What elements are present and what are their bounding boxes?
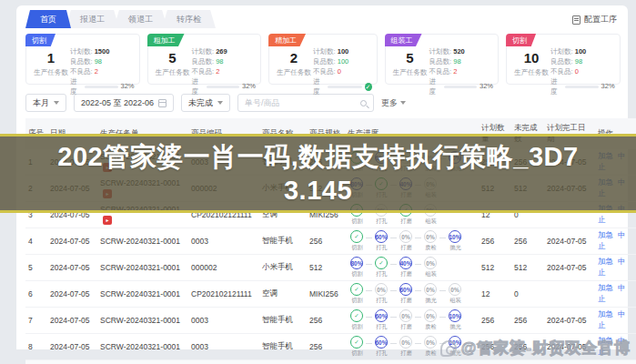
- step-label: 抛光: [425, 297, 436, 305]
- configure-process-link[interactable]: 配置工序: [572, 14, 617, 25]
- expedite-link[interactable]: 加急: [598, 309, 613, 318]
- more-filters-link[interactable]: 更多: [381, 97, 406, 109]
- chevron-down-icon: [217, 101, 223, 105]
- calendar-icon: [158, 99, 167, 107]
- card-cutting-2[interactable]: 切割 10 生产任务数 计划数: 100 良品数: 98 不良品: 0 进度 ✓…: [506, 34, 621, 85]
- good-label: 良品数:: [550, 57, 573, 66]
- plan-value: 269: [216, 47, 227, 56]
- plan-value: 100: [338, 47, 349, 56]
- step-status-circle[interactable]: 0%: [424, 257, 437, 269]
- bad-value: 0: [338, 67, 341, 76]
- step-status-circle[interactable]: 10%: [449, 230, 461, 243]
- summary-cards: 切割 1 生产任务数 计划数: 1500 良品数: 98 不良品: 2 进度 ✓…: [25, 34, 619, 85]
- process-step: 0%组装: [421, 257, 439, 278]
- step-status-circle[interactable]: 0%: [424, 336, 437, 349]
- good-value: 98: [95, 57, 102, 66]
- step-connector: [415, 238, 421, 238]
- task-count-label: 生产任务数: [275, 68, 313, 77]
- step-status-circle[interactable]: 0%: [424, 309, 437, 322]
- expedite-link[interactable]: 加急: [598, 257, 613, 266]
- step-status-circle[interactable]: ✓: [350, 336, 363, 349]
- task-count: 10: [512, 50, 550, 66]
- plan-value: 1500: [95, 47, 110, 56]
- expedite-link[interactable]: 加急: [598, 283, 613, 292]
- step-status-circle[interactable]: 60%: [375, 336, 388, 349]
- date-range-value: 2022-05 至 2022-06: [81, 97, 154, 109]
- process-step: 80%切割: [348, 257, 366, 278]
- step-connector: [415, 290, 421, 291]
- search-icon[interactable]: [360, 100, 367, 106]
- step-label: 打磨: [400, 323, 411, 331]
- period-select[interactable]: 本月: [25, 94, 66, 112]
- step-status-circle[interactable]: 10%: [449, 309, 461, 322]
- good-label: 良品数:: [429, 57, 452, 66]
- step-status-circle[interactable]: ✓: [375, 257, 388, 269]
- card-cutting[interactable]: 切割 1 生产任务数 计划数: 1500 良品数: 98 不良品: 2 进度 ✓…: [25, 34, 140, 85]
- process-step: 60%打孔: [372, 309, 390, 331]
- process-step: 0%打磨: [397, 230, 415, 252]
- step-status-circle[interactable]: 40%: [399, 257, 412, 269]
- process-step: ✓打孔: [372, 257, 390, 278]
- task-count-label: 生产任务数: [32, 68, 70, 77]
- bad-label: 不良品:: [70, 67, 93, 76]
- good-value: 100: [338, 57, 349, 66]
- step-status-circle[interactable]: ✓: [350, 230, 363, 243]
- cell-due-date: 2024-07-05: [544, 255, 595, 281]
- chevron-down-icon: [400, 101, 406, 105]
- process-step: 0%组装: [446, 283, 464, 305]
- step-connector: [390, 290, 397, 291]
- card-badge: 粗加工: [147, 34, 185, 46]
- plan-label: 计划数:: [313, 47, 336, 56]
- step-status-circle[interactable]: 0%: [424, 283, 437, 296]
- cell-actions: 加急中止: [595, 228, 636, 255]
- step-label: 切割: [351, 217, 362, 226]
- cell-unfinished: 512: [511, 255, 544, 281]
- cell-product-name: 智能手机: [259, 308, 307, 334]
- step-connector: [390, 264, 397, 265]
- step-status-circle[interactable]: 80%: [350, 257, 363, 269]
- card-assembly[interactable]: 组装工 5 生产任务数 计划数: 520 良品数: 98 不良品: 2 进度 ✓…: [385, 34, 500, 85]
- step-status-circle[interactable]: 60%: [375, 309, 388, 322]
- step-label: 打孔: [376, 270, 387, 278]
- step-status-circle[interactable]: 0%: [449, 283, 461, 296]
- bad-value: 2: [453, 67, 457, 76]
- step-label: 打磨: [400, 349, 411, 358]
- cell-due-date: 2024-07-05: [544, 228, 595, 255]
- step-status-circle[interactable]: 0%: [399, 309, 412, 322]
- tab-home[interactable]: 首页: [25, 10, 71, 28]
- step-status-circle[interactable]: ✓: [350, 283, 363, 296]
- period-value: 本月: [33, 97, 49, 109]
- step-status-circle[interactable]: 0%: [399, 230, 412, 243]
- expedite-link[interactable]: 加急: [598, 230, 613, 239]
- tab-report-rework[interactable]: 报退工: [66, 10, 119, 28]
- card-fine-machining[interactable]: 精加工 2 生产任务数 计划数: 100 良品数: 100 不良品: 0 进度 …: [268, 34, 378, 85]
- cell-code: CP202102121111: [188, 281, 259, 308]
- tab-transfer-check[interactable]: 转序检: [162, 10, 216, 28]
- cell-plan-qty: 12: [479, 281, 511, 308]
- process-step: 10%抛光: [446, 230, 464, 252]
- process-steps: ✓切割0%打孔60%打磨0%抛光0%组装: [348, 283, 476, 305]
- step-status-circle[interactable]: 0%: [375, 283, 388, 296]
- step-label: 打孔: [376, 349, 387, 358]
- cell-code: 0003: [188, 228, 259, 255]
- step-status-circle[interactable]: 60%: [375, 230, 388, 243]
- step-status-circle[interactable]: 0%: [399, 336, 412, 349]
- urgent-icon: ▸: [103, 216, 112, 225]
- step-label: 质检: [425, 349, 436, 358]
- cell-order: SCRW-20240321-0001: [97, 228, 188, 255]
- step-status-circle[interactable]: ✓: [350, 309, 363, 322]
- step-status-circle[interactable]: 0%: [424, 230, 437, 243]
- banner-text-line1: 202管家婆一肖一码,数据支持执行策略_3D7: [57, 140, 578, 173]
- table-row: 62024-07-05SCRW-20240321-0001CP202102121…: [25, 281, 636, 308]
- document-icon: [572, 15, 580, 25]
- step-status-circle[interactable]: 60%: [399, 283, 412, 296]
- cell-actions: 加急中止: [595, 308, 636, 334]
- process-step: 0%打磨: [397, 309, 415, 331]
- plan-label: 计划数:: [429, 47, 452, 56]
- cell-no: 8: [25, 334, 47, 360]
- more-label: 更多: [381, 97, 398, 109]
- card-rough-machining[interactable]: 粗加工 5 生产任务数 计划数: 269 良品数: 98 不良品: 2 进度 ✓…: [147, 34, 262, 85]
- plan-label: 计划数:: [70, 47, 93, 56]
- tab-pick-return[interactable]: 领退工: [114, 10, 167, 28]
- search-input[interactable]: [245, 98, 354, 107]
